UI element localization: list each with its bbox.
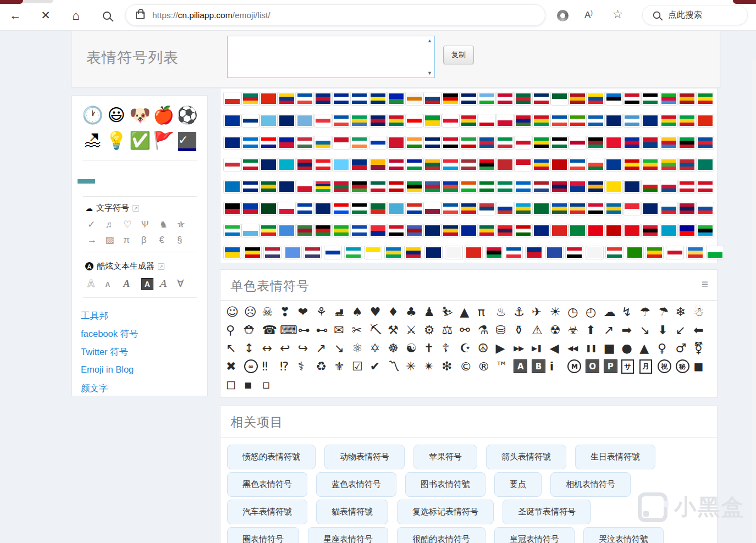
related-button[interactable]: 圣诞节表情符号 xyxy=(503,500,591,524)
sidebar-link[interactable]: Twitter 符号 xyxy=(81,346,128,358)
related-button[interactable]: 要点 xyxy=(494,472,542,497)
related-button[interactable]: 生日表情符號 xyxy=(575,445,655,469)
flag-ni[interactable] xyxy=(515,180,532,193)
mono-symbol[interactable]: ⚧ xyxy=(693,340,711,357)
flag-tr[interactable] xyxy=(623,224,641,237)
mono-symbol[interactable]: ◼ xyxy=(693,358,711,375)
flag-ml[interactable] xyxy=(642,158,659,171)
mono-symbol[interactable]: ♥ xyxy=(370,304,388,320)
flag-hk[interactable] xyxy=(697,114,714,127)
flag-xk[interactable] xyxy=(546,246,563,259)
text-symbol[interactable]: → xyxy=(87,233,106,248)
mono-symbol[interactable]: ⚙ xyxy=(424,322,442,339)
text-symbol[interactable]: ✯ xyxy=(177,218,195,233)
mono-symbol[interactable]: ❄ xyxy=(676,304,694,320)
flag-wf[interactable] xyxy=(505,246,522,259)
read-aloud-icon[interactable]: A) xyxy=(584,10,593,21)
related-button[interactable]: 很酷的表情符号 xyxy=(397,527,485,543)
flag-cp[interactable] xyxy=(296,92,313,105)
related-button[interactable]: 相机表情符号 xyxy=(550,472,631,497)
flag-la[interactable] xyxy=(296,158,313,171)
flag-rs[interactable] xyxy=(478,202,495,215)
font-style-0[interactable]: A xyxy=(87,277,106,291)
mono-symbol[interactable]: ⬇ xyxy=(658,322,676,339)
flag-ky[interactable] xyxy=(260,158,277,171)
mono-symbol[interactable]: ↯ xyxy=(621,304,639,320)
related-button[interactable]: 黑色表情符号 xyxy=(227,472,307,497)
flag-kp[interactable] xyxy=(697,136,714,149)
flag-lk[interactable] xyxy=(369,158,387,171)
flag-uz[interactable] xyxy=(345,246,362,259)
copy-button[interactable]: 复制 xyxy=(443,46,474,64)
mono-symbol[interactable]: ⛑ xyxy=(244,322,262,339)
flag-gg[interactable] xyxy=(442,114,459,127)
flag-eg[interactable] xyxy=(623,92,641,105)
mono-symbol[interactable]: ⚓ xyxy=(514,304,532,320)
flag-ly[interactable] xyxy=(478,158,495,171)
flag-gn[interactable] xyxy=(533,114,550,127)
mono-symbol[interactable]: ⚱ xyxy=(514,322,532,339)
flag-cv[interactable] xyxy=(351,92,368,105)
flag-id[interactable] xyxy=(333,136,350,149)
flag-pm[interactable] xyxy=(296,202,313,215)
mono-symbol[interactable]: ● xyxy=(621,340,639,357)
flag-ve[interactable] xyxy=(405,246,422,259)
mono-symbol[interactable]: ⛏ xyxy=(370,322,388,339)
mono-symbol[interactable]: ♀ xyxy=(658,340,676,357)
flag-jm[interactable] xyxy=(533,136,550,149)
search-icon[interactable] xyxy=(99,8,114,23)
mono-symbol[interactable]: ⚛ xyxy=(352,340,370,357)
flag-ye[interactable] xyxy=(566,246,583,259)
flag-vi[interactable] xyxy=(445,246,462,259)
page-scrollbar[interactable] xyxy=(752,60,756,543)
sidebar-link[interactable]: facebook 符号 xyxy=(81,328,139,340)
mono-symbol[interactable]: P xyxy=(604,359,617,373)
flag-gm[interactable] xyxy=(515,114,532,127)
related-button[interactable]: 貓表情符號 xyxy=(316,500,388,524)
flag-fm[interactable] xyxy=(296,114,313,127)
flag-td[interactable] xyxy=(442,224,459,237)
flag-gh[interactable] xyxy=(460,114,477,127)
mono-symbol[interactable]: ☹ xyxy=(244,304,262,320)
flag-om[interactable] xyxy=(642,180,659,193)
emoji-collect-textarea[interactable] xyxy=(229,37,424,77)
flag-lu[interactable] xyxy=(442,158,459,171)
flag-cn[interactable] xyxy=(260,92,277,105)
category-symbols-icon[interactable]: ✅ xyxy=(128,129,152,154)
mono-symbol[interactable]: ◀◀ xyxy=(567,340,586,357)
mono-symbol[interactable]: ☺ xyxy=(226,304,244,320)
textarea-scrollbar[interactable]: ▲▼ xyxy=(425,36,434,77)
mono-symbol[interactable]: ✂ xyxy=(352,322,370,339)
category-recent-icon[interactable]: 🕐 xyxy=(81,103,104,129)
flag-cy[interactable] xyxy=(406,92,423,105)
flag-gb-sct[interactable] xyxy=(687,246,704,259)
category-smileys-icon[interactable]: 😃 xyxy=(104,103,128,129)
flag-pg[interactable] xyxy=(224,202,241,215)
related-button[interactable]: 苹果符号 xyxy=(413,445,477,469)
mono-symbol[interactable]: ❇ xyxy=(442,358,460,375)
flag-gs[interactable] xyxy=(605,114,622,127)
flag-st[interactable] xyxy=(333,224,350,237)
flag-sx[interactable] xyxy=(369,224,387,237)
mono-symbol[interactable]: i xyxy=(550,358,568,375)
mono-symbol[interactable]: ♦ xyxy=(388,304,406,320)
mono-symbol[interactable]: ↗ xyxy=(316,340,334,357)
flag-tc[interactable] xyxy=(424,224,441,237)
related-button[interactable]: 复选标记表情符号 xyxy=(397,500,494,524)
flag-gp[interactable] xyxy=(551,114,568,127)
flag-ki[interactable] xyxy=(642,136,659,149)
flag-cz[interactable] xyxy=(424,92,441,105)
flag-ge[interactable] xyxy=(406,114,423,127)
flag-tw[interactable] xyxy=(678,224,696,237)
flag-cl[interactable] xyxy=(224,92,241,105)
mono-symbol[interactable]: ☁ xyxy=(604,304,622,320)
flag-ua[interactable] xyxy=(224,246,241,259)
mono-symbol[interactable]: ☂ xyxy=(655,302,673,322)
flag-tn[interactable] xyxy=(587,224,604,237)
flag-gd[interactable] xyxy=(388,114,405,127)
flag-kh[interactable] xyxy=(623,136,641,149)
flag-to[interactable] xyxy=(605,224,622,237)
category-flags-icon[interactable]: 🚩 xyxy=(152,129,175,154)
flag-sa[interactable] xyxy=(533,202,550,215)
category-animals-icon[interactable]: 🐶 xyxy=(128,103,152,129)
